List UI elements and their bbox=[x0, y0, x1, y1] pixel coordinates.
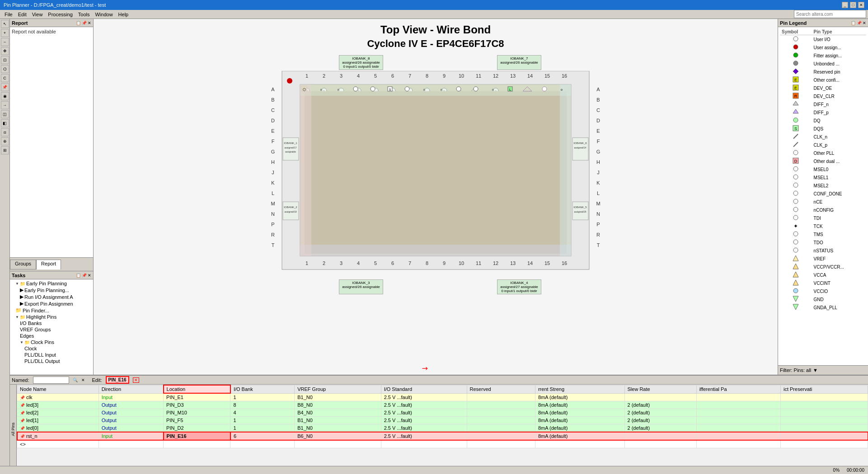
svg-text:L: L bbox=[597, 191, 600, 196]
pin-table-container: Node Name Direction Location I/O Bank VR… bbox=[17, 385, 868, 448]
svg-text:A: A bbox=[271, 87, 275, 92]
menu-tools[interactable]: Tools bbox=[75, 11, 93, 18]
tab-groups[interactable]: Groups bbox=[10, 260, 36, 270]
report-close[interactable]: ✕ bbox=[88, 21, 91, 25]
tree-pll-output[interactable]: PLL/DLL Output bbox=[11, 358, 92, 364]
svg-text:11: 11 bbox=[476, 73, 481, 79]
table-row[interactable]: 📌 rst_n Input PIN_E16 6 B6_N0 2.5 V ...f… bbox=[17, 432, 868, 440]
table-row[interactable]: 📌 led[1] Output PIN_F5 1 B1_N0 2.5 V ...… bbox=[17, 417, 868, 424]
table-row[interactable]: 📌 led[3] Output PIN_D3 8 B8_N0 2.5 V ...… bbox=[17, 401, 868, 409]
tree-clock-pins[interactable]: ▼ 📁 Clock Pins bbox=[11, 339, 92, 345]
svg-text:16: 16 bbox=[562, 260, 567, 266]
filter-dropdown-icon[interactable]: ▼ bbox=[813, 367, 818, 373]
tree-export-pin[interactable]: ▶ Export Pin Assignmen bbox=[11, 300, 92, 307]
svg-marker-156 bbox=[793, 264, 798, 269]
tasks-icon2[interactable]: 📌 bbox=[82, 273, 87, 278]
tree-label: Highlight Pins bbox=[26, 314, 56, 320]
legend-icon1[interactable]: 📋 bbox=[851, 21, 856, 25]
toolbar-d4[interactable]: ⊕ bbox=[1, 137, 9, 145]
maximize-button[interactable]: □ bbox=[850, 2, 856, 8]
report-content: Report not available bbox=[10, 27, 93, 257]
legend-type: Fitter assign... bbox=[812, 51, 866, 60]
menu-help[interactable]: Help bbox=[116, 11, 131, 18]
close-edit-icon[interactable]: ✕ bbox=[133, 377, 139, 383]
legend-type: VREF bbox=[812, 255, 866, 263]
tree-vref-groups[interactable]: VREF Groups bbox=[11, 326, 92, 333]
toolbar-d2[interactable]: ◧ bbox=[1, 119, 9, 127]
named-input[interactable] bbox=[33, 376, 69, 384]
svg-marker-158 bbox=[793, 280, 798, 285]
tasks-icon1[interactable]: 📋 bbox=[76, 273, 81, 278]
iobank8-label: IOBANK_8assigned/26 assignable0 input/1 … bbox=[339, 55, 383, 70]
toolbar-arrow[interactable]: → bbox=[1, 101, 9, 109]
legend-symbol: E bbox=[780, 84, 812, 92]
toolbar-r[interactable]: ◉ bbox=[1, 92, 9, 100]
legend-symbol bbox=[780, 263, 812, 271]
close-button[interactable]: ✕ bbox=[858, 2, 864, 8]
toolbar-c[interactable]: C bbox=[1, 74, 9, 82]
svg-text:n: n bbox=[320, 88, 322, 91]
tree-early-task1[interactable]: ▶ Early Pin Planning... bbox=[11, 287, 92, 293]
tree-highlight-pins[interactable]: ▼ 📁 Highlight Pins bbox=[11, 314, 92, 320]
table-row[interactable]: <> bbox=[17, 440, 868, 448]
toolbar-d5[interactable]: ⊞ bbox=[1, 146, 9, 154]
menu-file[interactable]: File bbox=[2, 11, 15, 18]
arrow-icon: ▶ bbox=[20, 287, 23, 293]
minimize-button[interactable]: _ bbox=[842, 2, 848, 8]
tree-clock[interactable]: Clock bbox=[11, 345, 92, 352]
toolbar-zoom-out[interactable]: − bbox=[1, 38, 9, 46]
report-icon1[interactable]: 📋 bbox=[76, 21, 81, 25]
toolbar-d3[interactable]: ⧈ bbox=[1, 128, 9, 136]
menu-edit[interactable]: Edit bbox=[15, 11, 29, 18]
search-input[interactable] bbox=[794, 10, 866, 18]
tree-io-banks[interactable]: I/O Banks bbox=[11, 320, 92, 326]
cell-diff bbox=[696, 417, 780, 424]
legend-symbol bbox=[780, 165, 812, 173]
menu-view[interactable]: View bbox=[29, 11, 46, 18]
legend-type: TDO bbox=[812, 238, 866, 246]
tree-run-io[interactable]: ▶ Run I/O Assignment A bbox=[11, 293, 92, 300]
svg-text:R: R bbox=[271, 232, 275, 237]
tree-label: Pin Finder... bbox=[23, 308, 49, 313]
tree-pin-finder[interactable]: 📁 Pin Finder... bbox=[11, 307, 92, 314]
toolbar-zoom-in[interactable]: + bbox=[1, 29, 9, 37]
tab-report[interactable]: Report bbox=[36, 260, 61, 270]
report-icon2[interactable]: 📌 bbox=[82, 21, 87, 25]
svg-text:assigned/14: assigned/14 bbox=[574, 146, 586, 149]
toolbar-fit[interactable]: ⊡ bbox=[1, 56, 9, 64]
menu-processing[interactable]: Processing bbox=[45, 11, 75, 18]
cell-bank: 1 bbox=[230, 417, 295, 424]
folder-icon: 📁 bbox=[24, 340, 30, 345]
filter-icon[interactable]: 🔍 bbox=[73, 378, 78, 382]
cell-current: 8mA (default) bbox=[535, 417, 624, 424]
svg-text:n: n bbox=[423, 88, 425, 91]
legend-symbol bbox=[780, 198, 812, 206]
tree-pll-input[interactable]: PLL/DLL Input bbox=[11, 352, 92, 358]
legend-symbol: S bbox=[780, 125, 812, 133]
table-row[interactable]: 📌 led[0] Output PIN_D2 1 B1_N0 2.5 V ...… bbox=[17, 424, 868, 432]
legend-close[interactable]: ✕ bbox=[863, 21, 866, 25]
legend-type: User assign... bbox=[812, 43, 866, 51]
table-row[interactable]: 📌 led[2] Output PIN_M10 4 B4_N0 2.5 V ..… bbox=[17, 409, 868, 417]
tree-label: Run I/O Assignment A bbox=[24, 294, 73, 300]
cell-pres bbox=[780, 440, 868, 448]
tasks-close[interactable]: ✕ bbox=[88, 273, 91, 278]
svg-text:D: D bbox=[271, 118, 275, 123]
toolbar-select[interactable]: ↖ bbox=[1, 20, 9, 28]
legend-icon2[interactable]: 📌 bbox=[857, 21, 862, 25]
svg-point-109 bbox=[371, 87, 375, 91]
toolbar-pin[interactable]: 📌 bbox=[1, 83, 9, 91]
menu-window[interactable]: Window bbox=[92, 11, 115, 18]
toolbar-pan[interactable]: ✥ bbox=[1, 47, 9, 55]
table-row[interactable]: 📌 clk Input PIN_E1 1 B1_N0 2.5 V ...faul… bbox=[17, 393, 868, 401]
tree-edges[interactable]: Edges bbox=[11, 333, 92, 339]
legend-symbol bbox=[780, 303, 812, 311]
tree-early-pin[interactable]: ▼ 📁 Early Pin Planning bbox=[11, 280, 92, 287]
clear-icon[interactable]: ✕ bbox=[81, 378, 85, 382]
svg-text:15: 15 bbox=[544, 73, 550, 79]
expand-icon: ▼ bbox=[20, 340, 23, 344]
toolbar-net[interactable]: ⌬ bbox=[1, 65, 9, 73]
legend-symbol bbox=[780, 181, 812, 190]
toolbar-d1[interactable]: ◫ bbox=[1, 110, 9, 118]
legend-symbol bbox=[780, 214, 812, 222]
